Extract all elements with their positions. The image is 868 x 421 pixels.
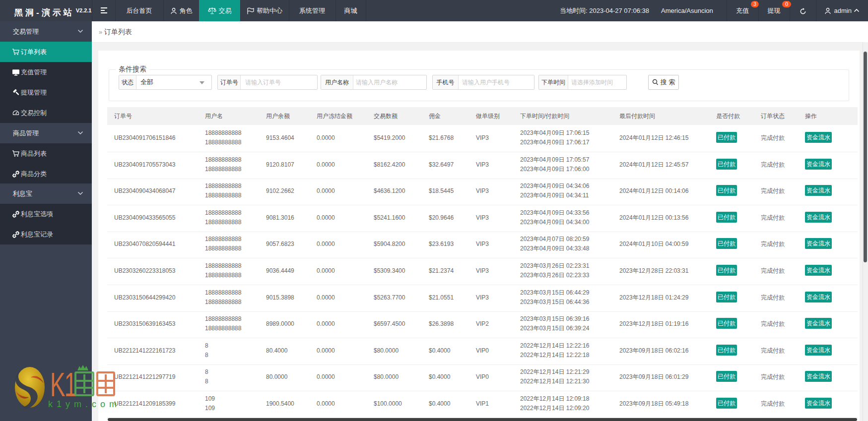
svg-text:K1: K1 (50, 365, 76, 403)
svg-text:k1ym.com: k1ym.com (48, 399, 121, 409)
